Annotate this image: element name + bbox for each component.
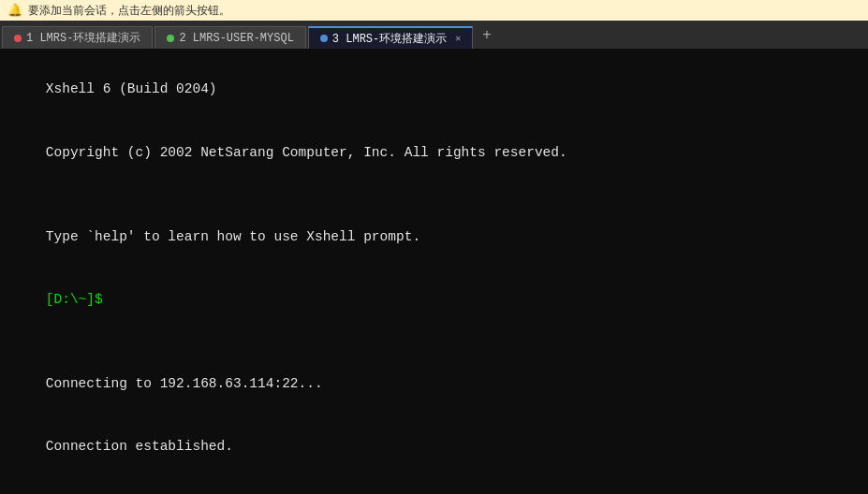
tab-2[interactable]: 2 LMRS-USER-MYSQL xyxy=(154,26,305,49)
xshell-title: Xshell 6 (Build 0204) xyxy=(46,81,217,96)
terminal: Xshell 6 (Build 0204) Copyright (c) 2002… xyxy=(0,49,868,494)
local-prompt: [D:\~]$ xyxy=(46,292,103,307)
terminal-line-1: Xshell 6 (Build 0204) xyxy=(13,58,855,121)
tab-label-2: 2 LMRS-USER-MYSQL xyxy=(179,32,293,45)
terminal-line-blank2 xyxy=(13,331,855,352)
tab-dot-2 xyxy=(167,35,174,42)
terminal-line-5: Connecting to 192.168.63.114:22... xyxy=(13,353,855,415)
terminal-line-4: [D:\~]$ xyxy=(13,269,855,331)
terminal-line-2: Copyright (c) 2002 NetSarang Computer, I… xyxy=(13,121,855,183)
tab-dot-3 xyxy=(320,35,328,42)
tab-bar: 1 LMRS-环境搭建演示 2 LMRS-USER-MYSQL 3 LMRS-环… xyxy=(0,21,868,49)
terminal-line-blank1 xyxy=(13,184,855,205)
terminal-line-6: Connection established. xyxy=(13,415,855,478)
tab-3[interactable]: 3 LMRS-环境搭建演示 ✕ xyxy=(308,26,473,49)
terminal-line-3: Type `help' to learn how to use Xshell p… xyxy=(13,205,855,268)
tab-1[interactable]: 1 LMRS-环境搭建演示 xyxy=(2,26,153,49)
bell-icon: 🔔 xyxy=(7,3,22,18)
tab-close-3[interactable]: ✕ xyxy=(455,33,461,44)
tab-label-3: 3 LMRS-环境搭建演示 xyxy=(332,31,447,47)
terminal-line-7: To escape to local shell, press 'Ctrl+Al… xyxy=(13,478,855,494)
notification-bar: 🔔 要添加当前会话，点击左侧的箭头按钮。 xyxy=(0,0,868,21)
tab-label-1: 1 LMRS-环境搭建演示 xyxy=(26,30,140,46)
tab-dot-1 xyxy=(14,35,22,42)
tab-add-button[interactable]: + xyxy=(475,26,498,43)
notification-text: 要添加当前会话，点击左侧的箭头按钮。 xyxy=(28,3,230,19)
